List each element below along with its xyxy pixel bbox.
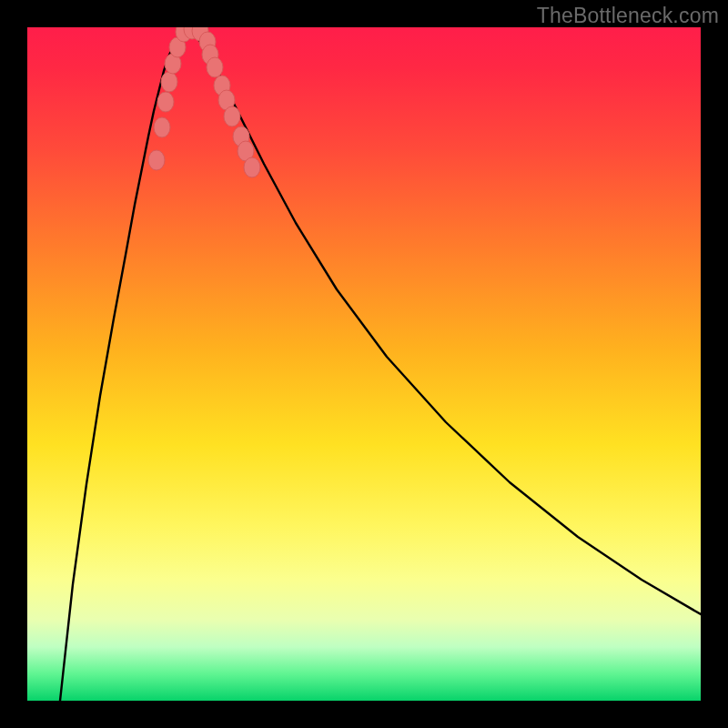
data-point xyxy=(207,57,223,77)
chart-canvas xyxy=(27,27,701,701)
data-point xyxy=(161,72,177,92)
curve-right-branch xyxy=(187,29,701,614)
data-point xyxy=(244,157,260,177)
data-point xyxy=(224,106,240,126)
plot-area xyxy=(27,27,701,701)
watermark-text: TheBottleneck.com xyxy=(537,4,719,28)
data-point xyxy=(148,150,165,170)
chart-frame: TheBottleneck.com xyxy=(0,0,728,728)
data-point xyxy=(157,92,174,112)
data-point xyxy=(154,117,170,137)
